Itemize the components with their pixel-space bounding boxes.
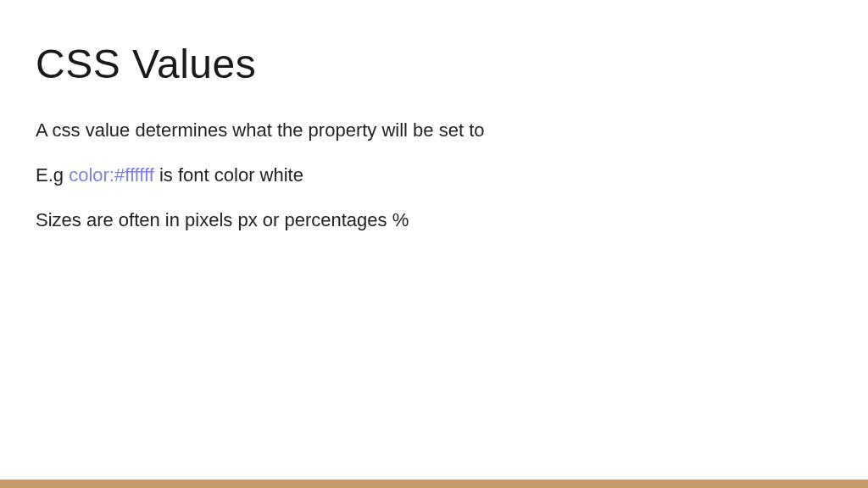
decorative-footer-bar	[0, 480, 868, 488]
body-line-1: A css value determines what the property…	[36, 118, 832, 144]
slide-container: CSS Values A css value determines what t…	[0, 0, 868, 488]
body-line-2-prefix: E.g	[36, 164, 69, 186]
slide-title: CSS Values	[36, 41, 832, 87]
code-example: color:#ffffff	[69, 164, 154, 186]
body-line-2-suffix: is font color white	[154, 164, 303, 186]
body-line-2: E.g color:#ffffff is font color white	[36, 163, 832, 189]
body-line-3: Sizes are often in pixels px or percenta…	[36, 208, 832, 234]
